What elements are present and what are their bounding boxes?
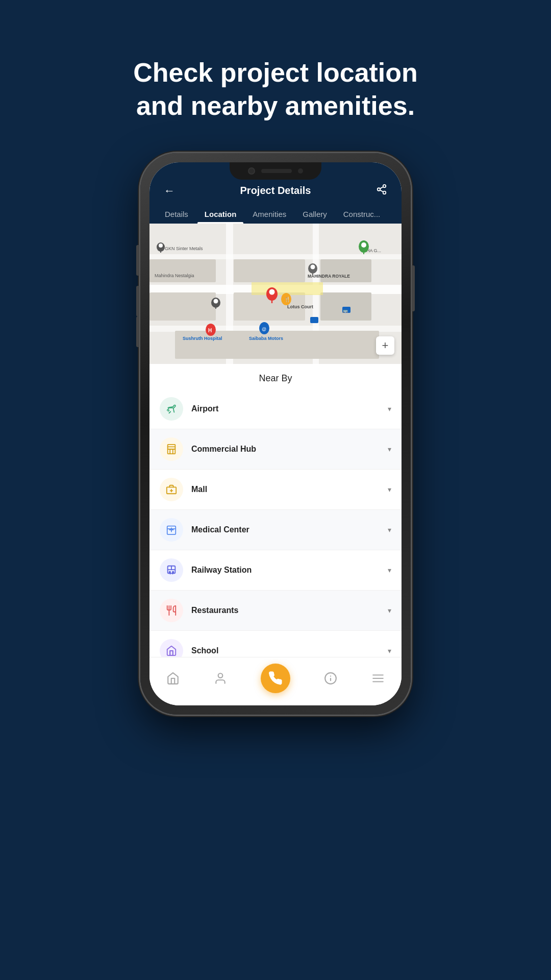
svg-text:🚌: 🚌	[343, 308, 348, 313]
amenity-icon-mall	[160, 478, 183, 501]
amenity-item-medical-center[interactable]: Medical Center ▾	[149, 510, 402, 550]
svg-rect-12	[234, 259, 305, 282]
svg-point-64	[218, 673, 222, 678]
amenity-label-commercial-hub: Commercial Hub	[191, 445, 388, 454]
headline: Check project location and nearby amenit…	[133, 56, 418, 122]
header-title: Project Details	[240, 185, 311, 197]
tab-location[interactable]: Location	[197, 205, 244, 224]
amenity-label-railway-station: Railway Station	[191, 566, 388, 575]
chevron-down-icon: ▾	[388, 445, 391, 453]
amenity-item-commercial-hub[interactable]: Commercial Hub ▾	[149, 429, 402, 470]
svg-text:Mahindra Nestalgia: Mahindra Nestalgia	[155, 273, 194, 278]
amenity-item-restaurants[interactable]: Restaurants ▾	[149, 591, 402, 631]
chevron-down-icon: ▾	[388, 485, 391, 494]
notch-speaker	[261, 169, 292, 173]
svg-line-4	[380, 187, 383, 189]
amenity-icon-airport	[160, 397, 183, 421]
svg-rect-14	[320, 259, 371, 282]
svg-rect-18	[175, 331, 379, 359]
nav-home[interactable]	[166, 672, 180, 685]
share-button[interactable]	[376, 184, 387, 198]
nav-call-button[interactable]	[261, 664, 290, 693]
nav-info[interactable]	[324, 672, 337, 685]
notch-dot	[298, 168, 303, 174]
phone-notch	[230, 162, 321, 180]
svg-line-3	[380, 190, 383, 192]
tab-details[interactable]: Details	[158, 205, 195, 224]
tab-amenities[interactable]: Amenities	[245, 205, 293, 224]
map-area[interactable]: GKN Sinter Metals Mahindra Nestalgia MAH…	[149, 224, 402, 364]
svg-text:@: @	[262, 327, 266, 332]
tab-construc[interactable]: Construc...	[336, 205, 388, 224]
svg-point-30	[311, 265, 315, 270]
svg-rect-17	[320, 292, 371, 321]
svg-text:GKN Sinter Metals: GKN Sinter Metals	[165, 246, 203, 251]
svg-rect-11	[149, 254, 402, 259]
svg-text:Saibaba Motors: Saibaba Motors	[249, 336, 283, 341]
svg-text:Lotus Court: Lotus Court	[287, 304, 313, 309]
phone-mockup: ← Project Details Details Location Ameni…	[140, 153, 411, 715]
chevron-down-icon: ▾	[388, 566, 391, 574]
svg-rect-15	[149, 259, 216, 282]
back-button[interactable]: ←	[164, 184, 175, 198]
amenities-list: Airport ▾ Commercial Hub ▾ Mall ▾ Medica…	[149, 389, 402, 657]
content-area: Near By Airport ▾ Commercial Hub ▾ Mall …	[149, 364, 402, 657]
svg-rect-16	[149, 292, 216, 321]
svg-point-43	[361, 242, 366, 248]
notch-camera	[248, 167, 255, 175]
amenity-label-airport: Airport	[191, 404, 388, 413]
svg-point-22	[159, 243, 163, 248]
amenity-item-school[interactable]: School ▾	[149, 631, 402, 657]
svg-text:🍴: 🍴	[284, 296, 291, 303]
nearby-title: Near By	[149, 364, 402, 389]
chevron-down-icon: ▾	[388, 647, 391, 655]
svg-rect-40	[310, 317, 318, 323]
nav-menu[interactable]	[371, 672, 385, 685]
tab-bar: Details Location Amenities Gallery Const…	[149, 205, 402, 224]
amenity-label-mall: Mall	[191, 485, 388, 494]
svg-rect-63	[170, 651, 173, 655]
amenity-icon-medical-center	[160, 518, 183, 542]
chevron-down-icon: ▾	[388, 606, 391, 615]
amenity-item-mall[interactable]: Mall ▾	[149, 470, 402, 510]
zoom-in-button[interactable]: +	[376, 336, 394, 355]
chevron-down-icon: ▾	[388, 526, 391, 534]
amenity-icon-restaurants	[160, 599, 183, 622]
svg-point-26	[214, 299, 218, 304]
bottom-nav	[149, 657, 402, 705]
amenity-item-airport[interactable]: Airport ▾	[149, 389, 402, 429]
phone-screen: ← Project Details Details Location Ameni…	[149, 162, 402, 705]
svg-point-33	[269, 289, 275, 295]
nav-profile[interactable]	[214, 672, 227, 685]
svg-text:Sushruth Hospital: Sushruth Hospital	[183, 336, 222, 341]
chevron-down-icon: ▾	[388, 405, 391, 413]
amenity-icon-commercial-hub	[160, 437, 183, 461]
svg-text:HA G...: HA G...	[366, 248, 381, 253]
amenity-label-medical-center: Medical Center	[191, 525, 388, 534]
amenity-item-railway-station[interactable]: Railway Station ▾	[149, 550, 402, 591]
svg-text:MAHINDRA ROYALE: MAHINDRA ROYALE	[308, 274, 350, 279]
amenity-label-school: School	[191, 646, 388, 655]
svg-text:H: H	[208, 328, 212, 333]
tab-gallery[interactable]: Gallery	[295, 205, 334, 224]
amenity-icon-school	[160, 639, 183, 657]
amenity-label-restaurants: Restaurants	[191, 606, 388, 615]
amenity-icon-railway-station	[160, 558, 183, 582]
